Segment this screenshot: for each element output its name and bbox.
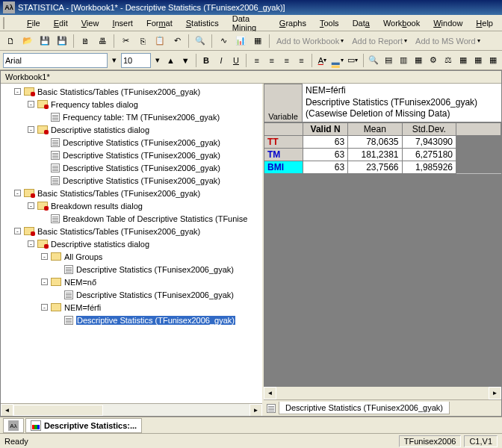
print-preview-button[interactable]: 🗎 [78,34,93,49]
grid-hscroll[interactable]: ◄ ► [264,387,501,399]
menu-help[interactable]: Help [470,17,499,29]
align-right-button[interactable]: ≡ [280,53,293,68]
add-word-button[interactable]: Add to MS Word ▾ [412,35,483,47]
underline-button[interactable]: U [229,53,242,68]
italic-button[interactable]: I [215,53,228,68]
row-header[interactable]: TM [264,148,303,161]
tree-toggle-icon[interactable]: - [14,228,21,234]
tree-toggle-icon[interactable]: - [28,202,34,209]
menu-format[interactable]: Format [140,17,179,29]
tree-item[interactable]: -Basic Statistics/Tables (TFunisex2006_g… [1,225,262,237]
tree-item[interactable]: -NEM=nő [1,276,262,288]
scroll-thumb[interactable] [13,405,103,416]
data-cell[interactable]: 78,0635 [348,135,402,148]
scroll-track[interactable] [103,404,250,417]
menu-workbook[interactable]: Workbook [377,17,426,29]
row-header[interactable]: TT [264,135,303,148]
tree-toggle-icon[interactable]: - [41,279,48,285]
options-button[interactable]: ▦ [486,53,499,68]
scroll-right-icon[interactable]: ► [489,387,501,399]
cases-button[interactable]: ▥ [397,53,409,68]
bottom-tab-descriptive[interactable]: Descriptive Statistics:... [25,418,142,433]
stats-button[interactable]: ∿ [216,34,231,49]
save-button[interactable]: 💾 [37,34,52,49]
tree-item[interactable]: -Descriptive statistics dialog [1,237,262,250]
data-cell[interactable]: 6,275180 [402,148,456,161]
vars-button[interactable]: ▤ [382,53,394,68]
menu-datamining[interactable]: Data Mining [226,13,272,34]
menu-view[interactable]: View [75,17,105,29]
size-drop-icon[interactable]: ▾ [153,53,162,68]
font-drop-icon[interactable]: ▾ [110,53,119,68]
data-cell[interactable]: 63 [303,135,348,148]
undo-button[interactable]: ↶ [170,34,185,49]
tree-item[interactable]: -Breakdown results dialog [1,199,262,212]
weight-button[interactable]: ⚖ [441,53,454,68]
tree-item[interactable]: Descriptive Statistics (TFunisex2006_gya… [1,136,262,149]
size-down-button[interactable]: ▼ [179,53,192,68]
tree-item[interactable]: Descriptive Statistics (TFunisex2006_gya… [1,174,262,187]
tree-item[interactable]: -Basic Statistics/Tables (TFunisex2006_g… [1,85,262,98]
menu-grip-icon[interactable] [3,17,16,29]
data-grid[interactable]: Valid NMeanStd.Dev.TT6378,06357,943090TM… [264,122,501,174]
font-size-select[interactable] [121,53,151,68]
border-color-button[interactable]: ▭▾ [347,53,359,68]
tree-toggle-icon[interactable]: - [41,304,48,311]
tree-item[interactable]: -Descriptive statistics dialog [1,123,262,136]
print-button[interactable]: 🖶 [95,34,110,49]
tree-item[interactable]: -Frequency tables dialog [1,98,262,111]
column-header[interactable]: Std.Dev. [402,122,456,135]
open-button[interactable]: 📂 [20,34,35,49]
size-up-button[interactable]: ▲ [164,53,177,68]
scroll-left-icon[interactable]: ◄ [1,404,13,417]
copy-button[interactable]: ⎘ [135,34,150,49]
tree-item[interactable]: Descriptive Statistics (TFunisex2006_gya… [1,161,262,174]
row-header[interactable]: BMI [264,161,303,173]
find-button[interactable]: 🔍 [193,34,208,49]
tree-item[interactable]: -All Groups [1,250,262,263]
bold-button[interactable]: B [200,53,213,68]
menu-window[interactable]: Window [427,17,468,29]
tree-item[interactable]: Breakdown Table of Descriptive Statistic… [1,212,262,225]
tree-item[interactable]: Descriptive Statistics (TFunisex2006_gya… [1,314,262,326]
format-button[interactable]: ▦ [412,53,424,68]
fill-color-button[interactable]: ▾ [331,53,344,68]
markers-button[interactable]: ▦ [456,53,469,68]
scroll-right-icon[interactable]: ► [250,404,262,417]
align-center-button[interactable]: ≡ [265,53,278,68]
data-cell[interactable]: 23,7566 [348,161,402,173]
menu-statistics[interactable]: Statistics [180,17,225,29]
add-report-button[interactable]: Add to Report ▾ [349,35,410,47]
tree-toggle-icon[interactable]: - [14,190,21,196]
tree-toggle-icon[interactable]: - [28,126,34,133]
align-left-button[interactable]: ≡ [250,53,263,68]
data-cell[interactable]: 63 [303,148,348,161]
menu-tools[interactable]: Tools [314,17,345,29]
paste-button[interactable]: 📋 [152,34,167,49]
column-header[interactable]: Valid N [303,122,348,135]
tree-item[interactable]: Descriptive Statistics (TFunisex2006_gya… [1,263,262,276]
new-button[interactable]: 🗋 [3,34,18,49]
data-cell[interactable]: 63 [303,161,348,173]
sel-cond-button[interactable]: ⚙ [427,53,439,68]
font-color-button[interactable]: A▾ [316,53,329,68]
tree-hscroll[interactable]: ◄ ► [1,403,262,416]
data-cell[interactable]: 181,2381 [348,148,402,161]
bottom-tab-app[interactable]: Aλ [3,418,24,433]
graphs-button[interactable]: 📊 [233,34,248,49]
align-justify-button[interactable]: ≡ [295,53,308,68]
macro-button[interactable]: ▦ [250,34,265,49]
menu-graphs[interactable]: Graphs [273,17,312,29]
menu-edit[interactable]: Edit [48,17,74,29]
tree-toggle-icon[interactable]: - [41,253,48,260]
menu-data[interactable]: Data [347,17,376,29]
add-workbook-button[interactable]: Add to Workbook ▾ [273,35,347,47]
font-name-select[interactable] [3,53,108,68]
menu-file[interactable]: File [21,17,46,29]
tree-item[interactable]: Frequency table: TM (TFunisex2006_gyak) [1,111,262,123]
cut-button[interactable]: ✂ [118,34,133,49]
tree-toggle-icon[interactable]: - [28,101,34,108]
saveall-button[interactable]: 💾 [55,34,69,49]
tree-item[interactable]: -NEM=férfi [1,301,262,314]
column-header[interactable]: Mean [348,122,402,135]
